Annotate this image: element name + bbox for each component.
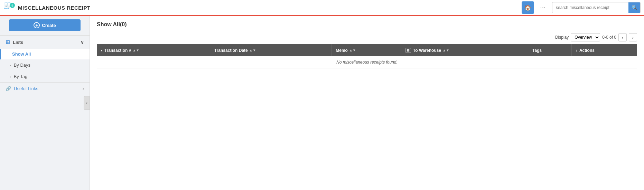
col-tags-label: Tags bbox=[532, 48, 542, 53]
col-transaction-date-label: Transaction Date ▲▼ bbox=[214, 48, 256, 53]
search-input[interactable] bbox=[552, 5, 628, 10]
by-days-label: By Days bbox=[14, 63, 30, 68]
useful-links-section[interactable]: 🔗 Useful Links › bbox=[0, 82, 90, 95]
show-all-label: Show All bbox=[12, 51, 31, 57]
pagination-info: 0-0 of 0 bbox=[602, 35, 616, 40]
sort-icon-transaction-date: ▲▼ bbox=[249, 49, 256, 52]
link-icon: 🔗 bbox=[6, 86, 11, 91]
empty-message: No miscellaneous receipts found. bbox=[97, 56, 637, 68]
collapse-icon: ‹ bbox=[86, 101, 87, 105]
lists-header[interactable]: ⊞ Lists ∨ bbox=[0, 36, 90, 49]
col-to-warehouse-label: ⊞ To Warehouse ▲▼ bbox=[405, 48, 449, 53]
col-actions-label: › Actions bbox=[576, 48, 595, 53]
lists-section: ⊞ Lists ∨ Show All › By Days › By Tag bbox=[0, 35, 90, 82]
col-actions: › Actions bbox=[571, 44, 637, 56]
chevron-right-icon: › bbox=[10, 63, 11, 67]
sidebar-item-show-all[interactable]: Show All bbox=[0, 49, 90, 59]
filter-icon: ⊞ bbox=[405, 48, 411, 53]
data-table: ‹ Transaction # ▲▼ Transaction Date ▲▼ bbox=[97, 44, 637, 68]
nav-right-icon: › bbox=[576, 48, 577, 53]
useful-links-left: 🔗 Useful Links bbox=[6, 86, 38, 91]
table-header: ‹ Transaction # ▲▼ Transaction Date ▲▼ bbox=[97, 44, 637, 56]
col-memo[interactable]: Memo ▲▼ bbox=[332, 44, 401, 56]
app-icon: 🧾 9 bbox=[3, 2, 15, 13]
lists-grid-icon: ⊞ bbox=[6, 39, 10, 45]
useful-links-label: Useful Links bbox=[14, 86, 38, 91]
main-layout: + Create ⊞ Lists ∨ Show All › By Days › … bbox=[0, 16, 644, 190]
top-bar-right: 🏠 ··· 🔍 bbox=[522, 1, 641, 14]
more-icon: ··· bbox=[540, 4, 546, 11]
search-bar: 🔍 bbox=[552, 2, 641, 13]
sidebar-item-by-days[interactable]: › By Days bbox=[0, 59, 90, 71]
more-button[interactable]: ··· bbox=[537, 1, 549, 14]
empty-row: No miscellaneous receipts found. bbox=[97, 56, 637, 68]
content-area: Show All(0) Display Overview Detail 0-0 … bbox=[90, 16, 644, 190]
sidebar-item-by-tag[interactable]: › By Tag bbox=[0, 71, 90, 82]
lists-label: Lists bbox=[13, 40, 23, 45]
notification-badge: 9 bbox=[10, 3, 15, 8]
chevron-down-icon: ∨ bbox=[81, 40, 84, 45]
page-title-row: Show All(0) bbox=[97, 21, 637, 28]
display-select[interactable]: Overview Detail bbox=[571, 33, 600, 41]
home-button[interactable]: 🏠 bbox=[522, 1, 534, 14]
col-transaction-num-label: ‹ Transaction # ▲▼ bbox=[101, 48, 139, 53]
col-transaction-date[interactable]: Transaction Date ▲▼ bbox=[210, 44, 332, 56]
sidebar: + Create ⊞ Lists ∨ Show All › By Days › … bbox=[0, 16, 90, 190]
pagination-next-button[interactable]: › bbox=[629, 33, 637, 41]
nav-left-icon: ‹ bbox=[101, 48, 102, 53]
sort-icon-memo: ▲▼ bbox=[349, 49, 356, 52]
sort-icon-to-warehouse: ▲▼ bbox=[442, 49, 449, 52]
page-title: Show All(0) bbox=[97, 21, 127, 28]
chevron-right-icon-3: › bbox=[83, 86, 84, 91]
display-label: Display bbox=[555, 35, 569, 40]
col-tags: Tags bbox=[528, 44, 572, 56]
collapse-sidebar-button[interactable]: ‹ bbox=[84, 96, 90, 110]
col-to-warehouse[interactable]: ⊞ To Warehouse ▲▼ bbox=[401, 44, 528, 56]
table-body: No miscellaneous receipts found. bbox=[97, 56, 637, 68]
sort-icon-transaction-num: ▲▼ bbox=[132, 49, 139, 52]
by-tag-label: By Tag bbox=[14, 74, 28, 79]
plus-icon: + bbox=[34, 22, 40, 28]
search-button[interactable]: 🔍 bbox=[628, 2, 640, 13]
col-memo-label: Memo ▲▼ bbox=[336, 48, 356, 53]
display-bar: Display Overview Detail 0-0 of 0 ‹ › bbox=[97, 33, 637, 41]
table-header-row: ‹ Transaction # ▲▼ Transaction Date ▲▼ bbox=[97, 44, 637, 56]
pagination-prev-button[interactable]: ‹ bbox=[618, 33, 627, 41]
top-bar: 🧾 9 MISCELLANEOUS RECEIPT 🏠 ··· 🔍 bbox=[0, 0, 644, 16]
create-button[interactable]: + Create bbox=[9, 19, 81, 31]
app-title: MISCELLANEOUS RECEIPT bbox=[18, 5, 518, 11]
chevron-right-icon-2: › bbox=[10, 75, 11, 79]
col-transaction-num[interactable]: ‹ Transaction # ▲▼ bbox=[97, 44, 210, 56]
create-label: Create bbox=[42, 23, 56, 28]
